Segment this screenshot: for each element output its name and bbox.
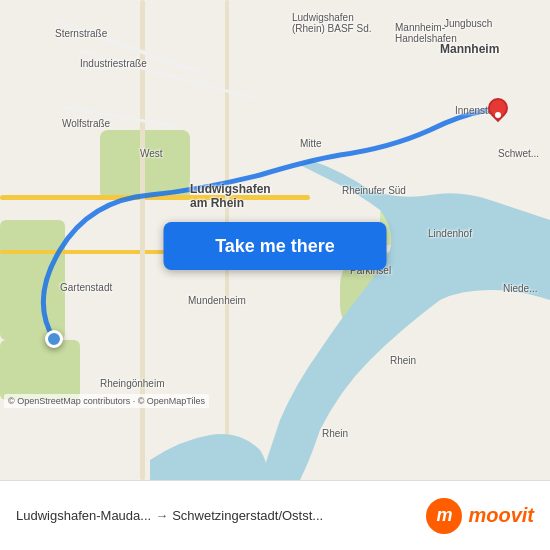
map-attribution: © OpenStreetMap contributors · © OpenMap… <box>4 394 209 408</box>
label-rhein-1: Rhein <box>390 355 416 366</box>
label-lindenhof: Lindenhof <box>428 228 472 239</box>
origin-marker <box>45 330 63 348</box>
moovit-icon: m <box>426 498 462 534</box>
label-industriestrasse: Industriestraße <box>80 58 147 69</box>
footer-arrow: → <box>155 508 168 523</box>
label-mundenheim: Mundenheim <box>188 295 246 306</box>
label-ludwigshafen-basf: Ludwigshafen(Rhein) BASF Sd. <box>292 12 371 34</box>
footer-from: Ludwigshafen-Mauda... <box>16 508 151 523</box>
label-nieder: Niede... <box>503 283 537 294</box>
label-mitte: Mitte <box>300 138 322 149</box>
road-v1 <box>140 0 145 480</box>
label-ludwigshafen: Ludwigshafenam Rhein <box>190 182 271 210</box>
label-sternstrasse: Sternstraße <box>55 28 107 39</box>
map: Sternstraße Industriestraße Wolfstraße W… <box>0 0 550 480</box>
moovit-logo: m moovit <box>426 498 534 534</box>
label-schwet: Schwet... <box>498 148 539 159</box>
label-rheinufer: Rheinufer Süd <box>342 185 406 196</box>
footer: Ludwigshafen-Mauda... → Schwetzingerstad… <box>0 480 550 550</box>
label-mannheim: Mannheim <box>440 42 499 56</box>
label-gartenstadt: Gartenstadt <box>60 282 112 293</box>
park-west <box>100 130 190 200</box>
label-rhein-2: Rhein <box>322 428 348 439</box>
label-mannheim-handelshafen: Mannheim-Handelshafen <box>395 22 457 44</box>
take-me-there-button[interactable]: Take me there <box>164 222 387 270</box>
destination-marker <box>488 98 508 118</box>
label-wolfstrasse: Wolfstraße <box>62 118 110 129</box>
label-west: West <box>140 148 163 159</box>
footer-route-row: Ludwigshafen-Mauda... → Schwetzingerstad… <box>16 508 323 523</box>
footer-route-info: Ludwigshafen-Mauda... → Schwetzingerstad… <box>16 508 323 523</box>
moovit-text: moovit <box>468 504 534 527</box>
park-bottom-left <box>0 340 80 400</box>
footer-to: Schwetzingerstadt/Ostst... <box>172 508 323 523</box>
park-south-left <box>0 220 65 340</box>
label-rheingonheim: Rheingönheim <box>100 378 165 389</box>
lindenhof-green <box>380 210 425 245</box>
